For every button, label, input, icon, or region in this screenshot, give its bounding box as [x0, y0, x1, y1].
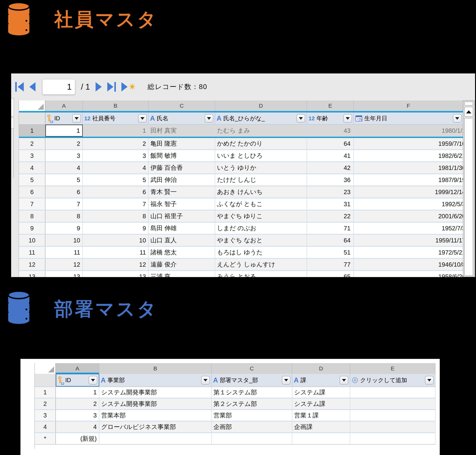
grid-cell[interactable]: 64 [307, 138, 354, 149]
grid-cell[interactable]: 42 [307, 162, 354, 173]
row-header-2[interactable]: 2 [35, 398, 56, 409]
grid-cell[interactable]: (新規) [56, 433, 99, 444]
column-header-B[interactable]: B [83, 100, 149, 111]
field-header-1[interactable]: 12ID [45, 113, 83, 124]
grid-cell[interactable]: 4 [56, 422, 99, 432]
vertical-scrollbar[interactable] [463, 100, 475, 277]
grid-cell[interactable] [350, 398, 436, 409]
grid-cell[interactable]: 3 [83, 150, 149, 161]
record-number-input[interactable] [42, 79, 75, 95]
filter-dropdown-button[interactable] [89, 376, 97, 384]
grid-cell[interactable]: 山口 直人 [149, 235, 215, 246]
grid-cell[interactable]: 山口 裕里子 [149, 211, 215, 222]
grid-cell[interactable]: たむら まみ [215, 125, 307, 137]
select-all-button[interactable] [35, 363, 56, 374]
grid-cell[interactable]: システム開発事業部 [99, 387, 212, 398]
field-header-6[interactable]: 生年月日 [354, 113, 463, 124]
filter-dropdown-button[interactable] [201, 376, 210, 384]
column-header-A[interactable]: A [45, 100, 83, 111]
row-header-3[interactable]: 3 [35, 410, 56, 421]
new-record-button[interactable]: ✳ [121, 82, 136, 91]
column-header-B[interactable]: B [99, 363, 212, 374]
grid-cell[interactable]: 8 [45, 211, 83, 222]
grid-cell[interactable]: 11 [45, 247, 83, 258]
grid-cell[interactable]: 1 [56, 387, 99, 398]
grid-cell[interactable]: 第２システム部 [212, 398, 292, 409]
grid-cell[interactable] [212, 433, 292, 444]
grid-cell[interactable]: 5 [83, 174, 149, 186]
grid-cell[interactable]: 1992/5/3 [354, 198, 463, 210]
grid-cell[interactable]: 営業本部 [99, 410, 212, 421]
grid-cell[interactable]: みうら とおる [215, 271, 307, 277]
grid-cell[interactable]: 23 [307, 186, 354, 198]
grid-cell[interactable]: 1972/5/21 [354, 247, 463, 258]
grid-cell[interactable]: 第１システム部 [212, 387, 292, 398]
grid-cell[interactable] [292, 433, 350, 444]
grid-cell[interactable]: 12 [45, 259, 83, 270]
grid-cell[interactable]: たけだ しんじ [215, 174, 307, 186]
grid-cell[interactable]: 12 [83, 259, 149, 270]
grid-cell[interactable]: 64 [307, 235, 354, 246]
column-header-C[interactable]: C [149, 100, 215, 111]
grid-cell[interactable]: やまぐち なおと [215, 235, 307, 246]
filter-dropdown-button[interactable] [340, 376, 348, 384]
grid-cell[interactable]: 9 [83, 223, 149, 234]
grid-cell[interactable]: 1 [83, 125, 149, 137]
grid-cell[interactable]: 22 [307, 211, 354, 222]
column-header-F[interactable]: F [354, 100, 463, 111]
grid-cell[interactable]: 営業部 [212, 410, 292, 421]
grid-cell[interactable]: ふくなが ともこ [215, 198, 307, 210]
grid-cell[interactable] [350, 387, 436, 398]
row-header-2[interactable]: 2 [19, 138, 45, 149]
column-header-E[interactable]: E [350, 363, 436, 374]
row-header-*[interactable]: * [35, 433, 56, 444]
grid-cell[interactable]: 企画部 [212, 422, 292, 432]
next-record-button[interactable] [96, 82, 102, 91]
row-header-7[interactable]: 7 [19, 198, 45, 210]
column-header-A[interactable]: A [56, 363, 99, 374]
grid-cell[interactable]: 営業１課 [292, 410, 350, 421]
grid-cell[interactable]: 2 [83, 138, 149, 149]
grid-cell[interactable]: 亀田 隆憲 [149, 138, 215, 149]
filter-dropdown-button[interactable] [138, 114, 147, 123]
grid-cell[interactable]: 51 [307, 247, 354, 258]
filter-dropdown-button[interactable] [343, 114, 352, 123]
grid-cell[interactable]: 伊藤 百合香 [149, 162, 215, 173]
row-header-12[interactable]: 12 [19, 259, 45, 270]
grid-cell[interactable]: 1958/6/26 [354, 271, 463, 277]
grid-cell[interactable]: 9 [45, 223, 83, 234]
row-header-1[interactable]: 1 [19, 125, 45, 137]
grid-cell[interactable]: あおき けんいち [215, 186, 307, 198]
grid-cell[interactable]: 2 [45, 138, 83, 149]
grid-cell[interactable]: システム開発事業部 [99, 398, 212, 409]
field-header-3[interactable]: A氏名 [149, 113, 215, 124]
row-header-4[interactable]: 4 [19, 162, 45, 173]
grid-cell[interactable]: 武田 伸治 [149, 174, 215, 186]
grid-cell[interactable]: いとう ゆりか [215, 162, 307, 173]
grid-cell[interactable]: 10 [83, 235, 149, 246]
grid-cell[interactable]: 8 [83, 211, 149, 222]
grid-cell[interactable]: かめだ たかのり [215, 138, 307, 149]
filter-dropdown-button[interactable] [205, 114, 213, 123]
grid-cell[interactable]: 41 [307, 150, 354, 161]
grid-cell[interactable]: 1959/7/10 [354, 138, 463, 149]
grid-cell[interactable]: システム課 [292, 387, 350, 398]
scroll-up-button[interactable] [464, 107, 473, 117]
row-header-8[interactable]: 8 [19, 211, 45, 222]
last-record-button[interactable] [107, 82, 116, 92]
row-header-6[interactable]: 6 [19, 186, 45, 198]
grid-cell[interactable]: 5 [45, 174, 83, 186]
grid-cell[interactable]: 島田 伸雄 [149, 223, 215, 234]
select-all-button[interactable] [19, 100, 45, 111]
grid-cell[interactable]: 11 [83, 247, 149, 258]
filter-dropdown-button[interactable] [425, 376, 434, 384]
grid-cell[interactable]: 65 [307, 271, 354, 277]
scrollbar-track[interactable] [464, 118, 473, 276]
grid-cell[interactable]: 三浦 亨 [149, 271, 215, 277]
grid-cell[interactable]: 6 [45, 186, 83, 198]
filter-dropdown-button[interactable] [297, 114, 305, 123]
grid-cell[interactable]: 4 [45, 162, 83, 173]
grid-cell[interactable]: しまだ のぶお [215, 223, 307, 234]
grid-cell[interactable]: 13 [83, 271, 149, 277]
grid-cell[interactable] [350, 433, 436, 444]
